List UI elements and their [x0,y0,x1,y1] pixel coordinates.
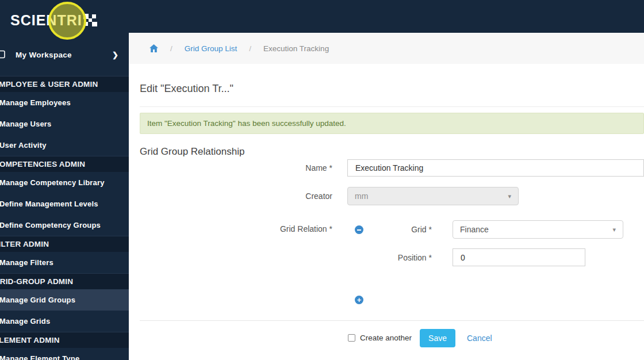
caret-down-icon: ▾ [508,193,511,200]
logo[interactable]: SCIENTRI [0,0,129,40]
divider [140,106,644,107]
caret-down-icon: ▾ [612,226,616,233]
create-another-label: Create another [360,334,412,342]
sidebar-nav: EMPLOYEE & USER ADMIN Manage Employees M… [0,76,129,360]
position-input[interactable] [453,248,585,266]
sidebar-item-manage-employees[interactable]: Manage Employees [0,92,129,113]
creator-field-label: Creator [140,192,332,201]
creator-select-value: mm [355,192,368,201]
nav-header-element-admin: ELEMENT ADMIN [0,332,129,348]
add-relation-button[interactable]: + [355,296,363,304]
sidebar-item-manage-element-type[interactable]: Manage Element Type [0,348,129,360]
create-another-checkbox[interactable] [348,334,355,342]
breadcrumb-separator: / [170,44,172,53]
sidebar-item-user-activity[interactable]: User Activity [0,135,129,156]
minus-icon [357,229,361,231]
grid-select-value: Finance [460,225,489,234]
sidebar-item-manage-competency-library[interactable]: Manage Competency Library [0,172,129,193]
logo-text: SCIENTRI [10,13,82,28]
breadcrumb-link-grid-group-list[interactable]: Grid Group List [185,44,237,53]
chevron-right-icon[interactable]: ❯ [112,51,118,59]
workspace-label: My Workspace [16,51,112,59]
cancel-link[interactable]: Cancel [467,334,492,343]
sidebar: SCIENTRI My Workspace ❯ EMPLOYEE & USER … [0,0,129,360]
sidebar-item-manage-grids[interactable]: Manage Grids [0,311,129,332]
nav-header-filter-admin: FILTER ADMIN [0,236,129,252]
name-field-label: Name * [140,163,332,173]
nav-header-competencies-admin: COMPETENCIES ADMIN [0,156,129,172]
plus-icon: + [357,296,362,304]
success-alert: Item "Execution Tracking" has been succe… [140,113,644,134]
breadcrumb: / Grid Group List / Execution Tracking [129,33,644,64]
creator-select: mm ▾ [347,187,519,205]
main-content: Edit "Execution Tr..." Item "Execution T… [129,64,644,360]
nav-header-employee-user-admin: EMPLOYEE & USER ADMIN [0,76,129,92]
position-field-label: Position * [140,253,432,262]
sidebar-item-define-management-levels[interactable]: Define Management Levels [0,193,129,215]
grid-select[interactable]: Finance ▾ [453,220,623,239]
remove-relation-button[interactable] [355,225,363,234]
section-title: Grid Group Relationship [140,146,644,158]
form-footer: Create another Save Cancel [348,328,644,347]
sidebar-item-manage-filters[interactable]: Manage Filters [0,252,129,273]
grid-relation-group: Grid Relation * Grid * Finance ▾ Positio… [140,220,644,266]
grid-relation-label: Grid Relation * [140,224,332,233]
page-title: Edit "Execution Tr..." [140,83,644,95]
workspace-monitor-icon [0,50,5,59]
save-button[interactable]: Save [420,329,455,347]
breadcrumb-separator: / [249,44,251,53]
sidebar-item-my-workspace[interactable]: My Workspace ❯ [0,43,129,66]
breadcrumb-current: Execution Tracking [263,44,329,53]
divider [140,320,644,321]
sidebar-item-manage-users[interactable]: Manage Users [0,113,129,135]
sidebar-item-manage-grid-groups[interactable]: Manage Grid Groups [0,289,129,311]
name-input[interactable] [347,159,644,177]
nav-header-grid-group-admin: GRID-GROUP ADMIN [0,273,129,289]
sidebar-item-define-competency-groups[interactable]: Define Competency Groups [0,215,129,236]
home-icon[interactable] [150,44,158,52]
logo-x-icon [83,14,97,26]
